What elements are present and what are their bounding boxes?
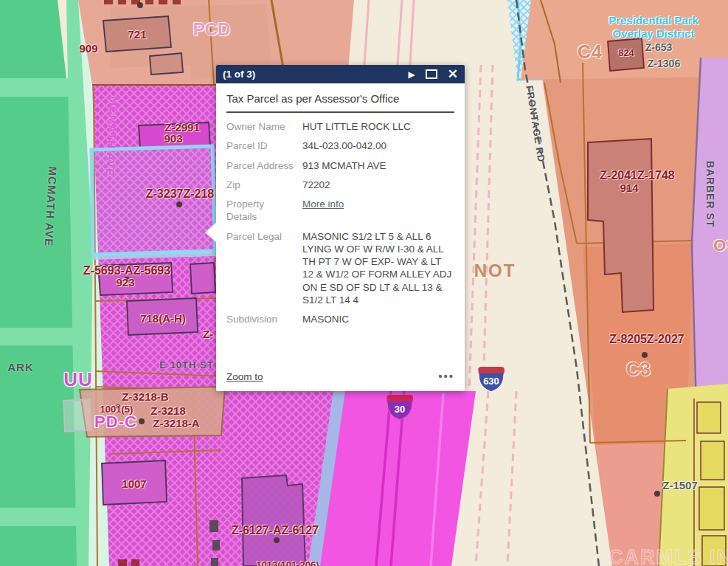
field-row-owner: Owner Name HUT LITTLE ROCK LLC	[226, 120, 454, 133]
popup-title: Tax Parcel as per Assessor's Office	[226, 92, 454, 113]
field-value: 34L-023.00-042.00	[302, 139, 454, 152]
field-label: Parcel Address	[226, 159, 302, 172]
field-row-subdivision: Subdivision MASONIC	[226, 313, 454, 325]
field-row-parcel-id: Parcel ID 34L-023.00-042.00	[226, 139, 454, 152]
field-row-parcel-legal: Parcel Legal MASONIC S1/2 LT 5 & ALL 6 L…	[226, 230, 454, 307]
field-label: Subdivision	[226, 313, 302, 325]
more-info-link[interactable]: More info	[302, 199, 344, 210]
popup-body: Tax Parcel as per Assessor's Office Owne…	[216, 83, 465, 325]
pdc-zone	[80, 387, 225, 437]
close-icon[interactable]: ✕	[448, 68, 458, 80]
field-value: 72202	[302, 179, 454, 191]
popup-footer: Zoom to •••	[226, 367, 454, 385]
popup-header[interactable]: (1 of 3) ▶ ✕	[216, 65, 465, 83]
zoom-to-link[interactable]: Zoom to	[226, 371, 263, 382]
field-row-address: Parcel Address 913 MCMATH AVE	[226, 159, 454, 172]
feature-popup: (1 of 3) ▶ ✕ Tax Parcel as per Assessor'…	[216, 65, 465, 391]
field-label: Zip	[226, 179, 302, 191]
field-label: Parcel ID	[226, 139, 302, 152]
field-label: Parcel Legal	[226, 230, 302, 307]
field-label: Owner Name	[226, 120, 302, 133]
field-value: MASONIC S1/2 LT 5 & ALL 6 LYING W OF W R…	[302, 230, 454, 307]
svg-text:630: 630	[483, 376, 499, 387]
maximize-icon[interactable]	[426, 69, 437, 79]
field-row-property-details: Property Details More info	[226, 198, 454, 224]
field-row-zip: Zip 72202	[226, 179, 454, 191]
selected-parcel-outline	[91, 146, 215, 255]
popup-pager: (1 of 3)	[223, 69, 398, 80]
field-value: HUT LITTLE ROCK LLC	[302, 120, 454, 133]
svg-text:30: 30	[395, 404, 405, 415]
next-feature-icon[interactable]: ▶	[409, 70, 415, 79]
popup-pointer	[205, 222, 217, 243]
field-value: 913 MCMATH AVE	[302, 159, 454, 172]
popup-fields: Owner Name HUT LITTLE ROCK LLC Parcel ID…	[226, 120, 454, 325]
maximize-box	[426, 69, 437, 79]
field-label: Property Details	[226, 198, 302, 224]
map-application: 630 30 MCMATH AVE MCMATH AVE 909 721 PCD…	[0, 0, 728, 566]
field-value: MASONIC	[302, 313, 454, 325]
